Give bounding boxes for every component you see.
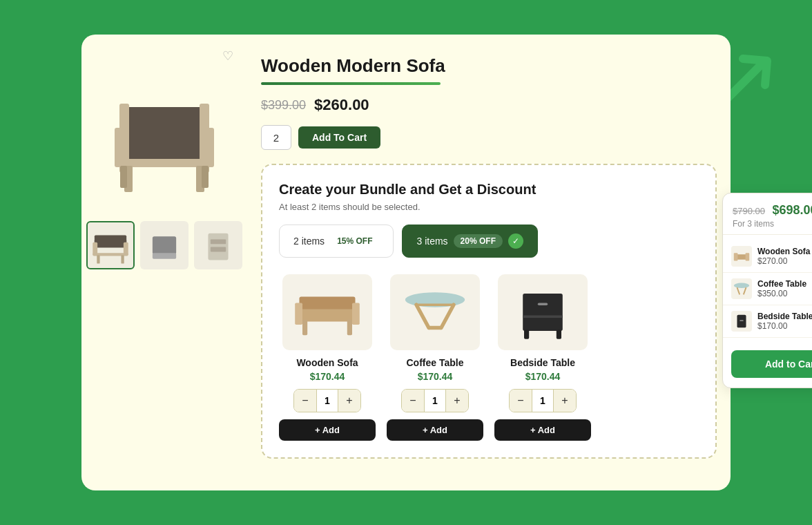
bundle-product-0-name: Wooden Sofa bbox=[296, 357, 358, 368]
bundle-product-2-image bbox=[498, 274, 588, 350]
tier-options: 2 items 15% OFF 3 items 20% OFF ✓ bbox=[279, 225, 699, 258]
bundle-product-2-increase[interactable]: + bbox=[554, 390, 576, 412]
cart-item-1-name: Coffee Table bbox=[757, 279, 812, 289]
svg-rect-41 bbox=[746, 253, 750, 260]
main-product-card: ♡ bbox=[81, 35, 731, 490]
cart-original-price: $790.00 bbox=[733, 206, 765, 216]
add-to-cart-button[interactable]: Add To Cart bbox=[298, 126, 380, 149]
cart-item-2-price: $170.00 bbox=[757, 321, 812, 331]
cart-item-1-info: Coffee Table $350.00 bbox=[757, 279, 812, 298]
svg-rect-16 bbox=[97, 256, 99, 264]
bundle-product-0: Wooden Sofa $170.44 − 1 + + Add bbox=[279, 274, 376, 441]
thumbnail-1[interactable] bbox=[140, 221, 188, 269]
bundle-product-0-price: $170.44 bbox=[310, 371, 345, 382]
add-to-cart-final-button[interactable]: Add to Cart bbox=[731, 350, 812, 378]
bundle-subtitle: At least 2 items should be selected. bbox=[279, 202, 699, 212]
bundle-product-2: Bedside Table $170.44 − 1 + + Add bbox=[494, 274, 591, 441]
svg-line-43 bbox=[737, 287, 740, 294]
svg-rect-25 bbox=[295, 303, 302, 325]
svg-rect-18 bbox=[153, 236, 176, 254]
svg-rect-22 bbox=[211, 247, 226, 252]
cart-total-row: $790.00 $698.00 For 3 items bbox=[723, 193, 812, 235]
cart-sale-price: $698.00 bbox=[772, 203, 812, 217]
svg-rect-9 bbox=[120, 166, 127, 188]
tier-2-discount-badge: 15% OFF bbox=[330, 234, 379, 248]
cart-item-2-image bbox=[731, 311, 752, 332]
bundle-product-0-stepper: − 1 + bbox=[293, 389, 361, 412]
svg-rect-35 bbox=[523, 316, 563, 318]
cart-items-list: Wooden Sofa $270.00 × bbox=[723, 235, 812, 343]
quantity-display[interactable]: 2 bbox=[261, 125, 291, 150]
bundle-product-1-image bbox=[390, 274, 480, 350]
cart-item-1-image bbox=[731, 278, 752, 299]
bundle-product-2-add-button[interactable]: + Add bbox=[494, 419, 591, 441]
cart-item-0-price: $270.00 bbox=[757, 256, 812, 266]
svg-line-44 bbox=[744, 287, 746, 294]
tier-3-label: 3 items bbox=[416, 236, 447, 247]
bundle-product-2-stepper: − 1 + bbox=[509, 389, 577, 412]
svg-rect-28 bbox=[347, 320, 352, 336]
chair-image bbox=[102, 76, 226, 200]
svg-rect-36 bbox=[538, 303, 548, 306]
cart-item-1-price: $350.00 bbox=[757, 289, 812, 298]
svg-rect-10 bbox=[202, 166, 209, 188]
tier-3-check-icon: ✓ bbox=[508, 233, 523, 249]
cart-item-0-info: Wooden Sofa $270.00 bbox=[757, 247, 812, 266]
svg-point-42 bbox=[734, 283, 749, 288]
cart-item-2-info: Bedside Table $170.00 bbox=[757, 312, 812, 331]
cart-for-label: For 3 items bbox=[733, 219, 812, 229]
svg-rect-20 bbox=[208, 233, 228, 260]
thumbnail-0[interactable] bbox=[86, 221, 135, 269]
bundle-product-2-decrease[interactable]: − bbox=[510, 390, 532, 412]
tier-3-items-button[interactable]: 3 items 20% OFF ✓ bbox=[402, 225, 537, 258]
product-info-panel: Wooden Modern Sofa $399.00 $260.00 2 Add… bbox=[247, 35, 737, 490]
svg-rect-24 bbox=[300, 297, 356, 309]
bundle-product-0-qty: 1 bbox=[316, 390, 338, 412]
svg-rect-38 bbox=[557, 330, 561, 339]
original-price: $399.00 bbox=[261, 98, 306, 113]
product-title: Wooden Modern Sofa bbox=[261, 55, 717, 77]
bundle-product-1-stepper: − 1 + bbox=[401, 389, 469, 412]
bundle-product-1-name: Coffee Table bbox=[407, 357, 464, 368]
price-row: $399.00 $260.00 bbox=[261, 96, 717, 114]
thumbnail-2[interactable] bbox=[194, 221, 242, 269]
bundle-product-0-image bbox=[282, 274, 372, 350]
bundle-product-0-add-button[interactable]: + Add bbox=[279, 419, 376, 441]
bundle-title: Create your Bundle and Get a Discount bbox=[279, 182, 699, 198]
bundle-product-1-decrease[interactable]: − bbox=[402, 390, 424, 412]
svg-line-31 bbox=[441, 305, 454, 327]
thumbnail-list bbox=[86, 221, 242, 269]
svg-rect-17 bbox=[121, 256, 124, 264]
svg-rect-37 bbox=[524, 330, 529, 339]
svg-rect-26 bbox=[352, 303, 360, 325]
svg-rect-1 bbox=[123, 107, 206, 142]
cart-item-2-name: Bedside Table bbox=[757, 312, 812, 321]
svg-rect-34 bbox=[523, 294, 563, 331]
bundle-section: Create your Bundle and Get a Discount At… bbox=[261, 164, 717, 459]
tier-2-label: 2 items bbox=[293, 236, 325, 247]
bundle-products-list: Wooden Sofa $170.44 − 1 + + Add bbox=[279, 274, 699, 441]
product-image-panel: ♡ bbox=[81, 35, 247, 490]
bundle-product-0-decrease[interactable]: − bbox=[294, 390, 316, 412]
bundle-product-2-qty: 1 bbox=[532, 390, 554, 412]
tier-2-items-button[interactable]: 2 items 15% OFF bbox=[279, 225, 394, 258]
cart-item-1: Coffee Table $350.00 × bbox=[723, 273, 812, 305]
svg-rect-21 bbox=[211, 239, 226, 244]
svg-rect-46 bbox=[740, 320, 744, 321]
svg-rect-40 bbox=[734, 253, 738, 260]
sale-price: $260.00 bbox=[314, 96, 369, 114]
main-product-image bbox=[95, 69, 233, 207]
bundle-product-1-add-button[interactable]: + Add bbox=[387, 419, 483, 441]
bundle-product-0-increase[interactable]: + bbox=[338, 390, 360, 412]
cart-item-0: Wooden Sofa $270.00 × bbox=[723, 240, 812, 273]
title-underline bbox=[261, 82, 441, 85]
bundle-product-1-increase[interactable]: + bbox=[446, 390, 468, 412]
svg-rect-0 bbox=[123, 138, 206, 162]
cart-item-2: Bedside Table $170.00 × bbox=[723, 305, 812, 338]
qty-cart-row: 2 Add To Cart bbox=[261, 125, 717, 150]
cart-item-0-name: Wooden Sofa bbox=[757, 247, 812, 256]
wishlist-icon[interactable]: ♡ bbox=[222, 48, 233, 64]
svg-line-30 bbox=[416, 305, 429, 327]
bundle-product-1-price: $170.44 bbox=[418, 371, 453, 382]
svg-rect-27 bbox=[302, 320, 307, 336]
